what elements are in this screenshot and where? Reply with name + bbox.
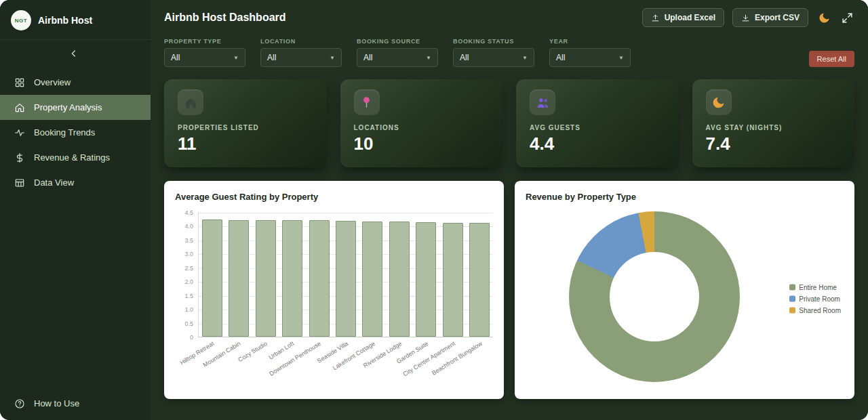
sidebar-item-label: Property Analysis: [34, 102, 102, 112]
stat-label: AVG GUESTS: [530, 124, 665, 131]
sidebar-item-label: Overview: [34, 77, 71, 87]
house-icon: [178, 89, 203, 115]
collapse-row: [0, 40, 151, 64]
filter-select-location[interactable]: All▼: [260, 48, 342, 67]
bar-slot: [252, 213, 279, 337]
bar-seaside-villa: [336, 221, 356, 337]
upload-icon: [651, 14, 660, 22]
legend-label: Private Room: [799, 295, 840, 303]
theme-toggle-button[interactable]: [816, 10, 831, 25]
sidebar-item-revenue-ratings[interactable]: Revenue & Ratings: [0, 145, 151, 170]
table-icon: [14, 177, 25, 188]
bar-x-labels: Hilltop RetreatMountain CabinCozy Studio…: [198, 337, 493, 387]
y-tick-label: 0: [190, 334, 193, 341]
dollar-icon: [14, 152, 25, 163]
chevron-down-icon: ▼: [233, 55, 239, 61]
bar-slot: [199, 213, 225, 337]
filter-select-property-type[interactable]: All▼: [164, 48, 245, 67]
main-area: Airbnb Host Dashboard Upload Excel Expor…: [151, 0, 868, 420]
bar-riverside-lodge: [389, 222, 410, 337]
bar-cozy-studio: [256, 220, 276, 337]
sidebar-item-data-view[interactable]: Data View: [0, 170, 151, 195]
filter-select-value: All: [556, 53, 565, 62]
filter-select-booking-status[interactable]: All▼: [453, 48, 534, 67]
chevron-down-icon: ▼: [618, 55, 624, 61]
bar-y-axis: 00.51.01.52.02.53.03.54.04.5: [175, 213, 198, 337]
y-tick-label: 3.5: [184, 237, 193, 244]
donut-chart-card: Revenue by Property Type Entire HomePriv…: [515, 181, 854, 399]
bar-bars: [199, 213, 493, 337]
bar-slot: [225, 213, 252, 337]
page-title: Airbnb Host Dashboard: [164, 12, 286, 24]
y-tick-label: 1.0: [184, 306, 193, 313]
bar-slot: [306, 213, 332, 337]
sidebar-item-property-analysis[interactable]: Property Analysis: [0, 95, 151, 120]
filter-select-value: All: [267, 53, 276, 62]
filter-location: LOCATIONAll▼: [260, 38, 342, 67]
y-tick-label: 4.0: [184, 223, 193, 230]
legend-label: Entire Home: [799, 284, 837, 291]
filter-label: BOOKING SOURCE: [357, 38, 438, 45]
upload-excel-button[interactable]: Upload Excel: [642, 8, 724, 27]
chevron-down-icon: ▼: [426, 55, 431, 61]
legend-item-entire-home: Entire Home: [789, 284, 841, 291]
bar-garden-suite: [416, 222, 436, 337]
filter-label: YEAR: [549, 38, 631, 45]
bar-downtown-penthouse: [309, 220, 330, 337]
y-tick-label: 3.0: [184, 251, 193, 257]
filter-select-value: All: [363, 53, 372, 62]
filter-select-booking-source[interactable]: All▼: [357, 48, 438, 67]
sidebar: NGT Airbnb Host OverviewProperty Analysi…: [0, 0, 151, 420]
y-tick-label: 0.5: [184, 320, 193, 327]
brand-name: Airbnb Host: [38, 15, 92, 26]
chevron-left-icon[interactable]: [68, 48, 82, 62]
export-csv-button[interactable]: Export CSV: [732, 8, 808, 27]
stat-card-locations: LOCATIONS10: [340, 79, 503, 167]
filter-label: BOOKING STATUS: [453, 38, 534, 45]
filters-row: PROPERTY TYPEAll▼LOCATIONAll▼BOOKING SOU…: [151, 34, 868, 77]
bar-slot: [439, 213, 466, 337]
filter-booking-status: BOOKING STATUSAll▼: [453, 38, 534, 67]
expand-icon: [841, 12, 854, 24]
donut-area: Entire HomePrivate RoomShared Room: [526, 207, 844, 390]
bar-mountain-cabin: [229, 220, 249, 337]
stat-card-avg-guests: AVG GUESTS4.4: [516, 79, 679, 167]
filter-property-type: PROPERTY TYPEAll▼: [164, 38, 245, 67]
bar-urban-loft: [282, 220, 302, 337]
bar-chart: 00.51.01.52.02.53.03.54.04.5: [175, 213, 493, 337]
reset-all-button[interactable]: Reset All: [809, 51, 854, 67]
stat-label: AVG STAY (NIGHTS): [706, 124, 842, 131]
stat-card-avg-stay-nights: AVG STAY (NIGHTS)7.4: [692, 79, 855, 167]
chevron-down-icon: ▼: [330, 55, 335, 61]
bar-slot: [359, 213, 386, 337]
legend-swatch: [789, 308, 795, 314]
upload-excel-label: Upload Excel: [665, 13, 715, 22]
donut-legend: Entire HomePrivate RoomShared Room: [789, 284, 841, 314]
sidebar-item-how-to-use[interactable]: How to Use: [0, 387, 151, 420]
stat-value: 10: [354, 133, 490, 154]
fullscreen-button[interactable]: [840, 10, 854, 25]
legend-item-shared-room: Shared Room: [789, 307, 841, 314]
chevron-down-icon: ▼: [522, 55, 528, 61]
stats-row: PROPERTIES LISTED11LOCATIONS10AVG GUESTS…: [151, 77, 868, 167]
y-tick-label: 4.5: [184, 209, 193, 216]
stat-value: 4.4: [530, 133, 665, 154]
y-tick-label: 2.5: [184, 265, 193, 272]
moon-icon: [706, 89, 732, 115]
x-tick: Beachfront Bungalow: [466, 337, 493, 387]
stat-value: 7.4: [706, 133, 842, 154]
bar-city-center-apartment: [443, 223, 463, 337]
bar-slot: [386, 213, 412, 337]
activity-icon: [14, 127, 25, 138]
sidebar-item-booking-trends[interactable]: Booking Trends: [0, 120, 151, 145]
bar-hilltop-retreat: [202, 219, 222, 337]
legend-swatch: [789, 285, 795, 291]
donut-hole: [610, 252, 698, 341]
sidebar-nav: OverviewProperty AnalysisBooking TrendsR…: [0, 70, 151, 195]
sidebar-item-overview[interactable]: Overview: [0, 70, 151, 95]
bar-lakefront-cottage: [362, 222, 382, 337]
filter-select-value: All: [460, 53, 469, 62]
filter-select-year[interactable]: All▼: [549, 48, 631, 67]
grid-icon: [14, 77, 25, 88]
sidebar-item-label: Revenue & Ratings: [34, 152, 110, 163]
